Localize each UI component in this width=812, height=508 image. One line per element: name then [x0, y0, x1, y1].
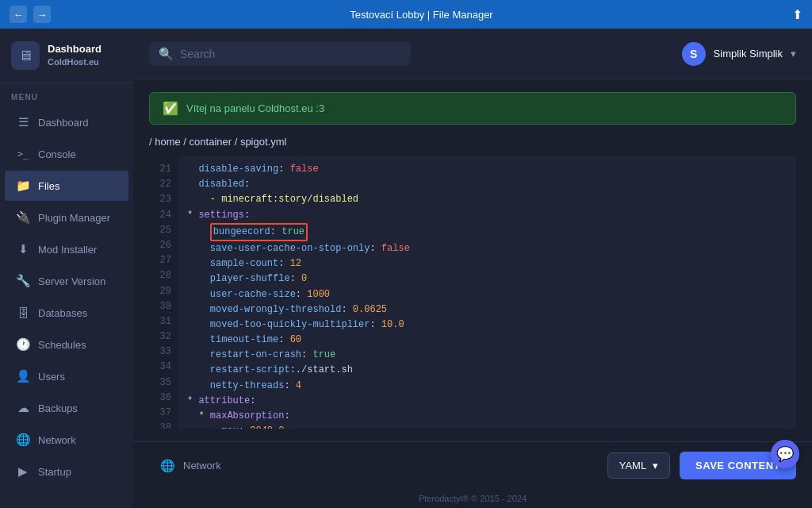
- window-actions: ⬆: [792, 7, 802, 22]
- users-icon: 👤: [16, 369, 30, 383]
- sidebar-item-label: Backups: [38, 402, 78, 414]
- sidebar-item-label: Console: [38, 148, 76, 160]
- yaml-select[interactable]: YAML ▾: [607, 452, 670, 479]
- check-icon: ✅: [163, 101, 178, 116]
- code-line: * settings:: [187, 208, 787, 223]
- code-line: moved-too-quickly-multiplier: 10.0: [187, 318, 787, 333]
- logo-icon: 🖥: [11, 41, 40, 70]
- databases-icon: 🗄: [16, 306, 30, 320]
- avatar: S: [682, 42, 706, 66]
- footer-text: Pterodactyl® © 2015 - 2024: [419, 494, 527, 503]
- code-line: player-shuffle: 0: [187, 271, 787, 287]
- editor-content: 2122232425262728293031323334353637383940…: [149, 156, 796, 429]
- sidebar: 🖥 Dashboard ColdHost.eu MENU ☰ Dashboard…: [0, 29, 133, 508]
- sidebar-item-plugin-manager[interactable]: 🔌 Plugin Manager: [5, 202, 128, 233]
- sidebar-item-console[interactable]: >_ Console: [5, 139, 128, 169]
- sidebar-item-files[interactable]: 📁 Files: [5, 171, 128, 201]
- console-icon: >_: [16, 147, 30, 161]
- yaml-chevron-icon: ▾: [653, 460, 658, 471]
- bottom-bar: 🌐 Network YAML ▾ SAVE CONTENT: [133, 441, 812, 489]
- sidebar-item-label: Databases: [38, 307, 87, 319]
- sidebar-item-dashboard[interactable]: ☰ Dashboard: [5, 107, 128, 137]
- sidebar-item-backups[interactable]: ☁ Backups: [5, 393, 128, 423]
- code-content[interactable]: disable-saving: false disabled: - minecr…: [178, 156, 796, 429]
- schedules-icon: 🕐: [16, 337, 30, 352]
- content-inner: ✅ Vítej na panelu Coldhost.eu :3 / home …: [133, 79, 812, 441]
- user-name: Simplik Simplik: [714, 48, 783, 60]
- code-line: timeout-time: 60: [187, 333, 787, 348]
- code-line: - minecraft:story/disabled: [187, 192, 787, 207]
- sidebar-item-label: Schedules: [38, 339, 86, 351]
- code-line: restart-on-crash: true: [187, 348, 787, 363]
- logo-text: Dashboard ColdHost.eu: [48, 43, 102, 67]
- breadcrumb: / home / container / spigot.yml: [149, 136, 796, 148]
- sidebar-item-label: Startup: [38, 466, 71, 478]
- sidebar-item-label: Server Version: [38, 275, 105, 287]
- code-line: * attribute:: [187, 394, 787, 409]
- backups-icon: ☁: [16, 401, 30, 415]
- search-icon: 🔍: [159, 47, 174, 61]
- sidebar-item-label: Plugin Manager: [38, 212, 110, 224]
- chevron-down-icon: ▾: [791, 48, 796, 60]
- sidebar-item-schedules[interactable]: 🕐 Schedules: [5, 329, 128, 360]
- network-bottom-icon: 🌐: [160, 459, 175, 473]
- code-line: disable-saving: false: [187, 162, 787, 177]
- share-button[interactable]: ⬆: [792, 7, 802, 22]
- startup-icon: ▶: [16, 464, 30, 479]
- network-icon: 🌐: [16, 433, 30, 447]
- code-line: user-cache-size: 1000: [187, 287, 787, 302]
- code-line: moved-wrongly-threshold: 0.0625: [187, 302, 787, 318]
- user-section[interactable]: S Simplik Simplik ▾: [682, 42, 796, 66]
- code-line: disabled:: [187, 177, 787, 192]
- sidebar-logo: 🖥 Dashboard ColdHost.eu: [0, 29, 133, 83]
- sidebar-item-startup[interactable]: ▶ Startup: [5, 456, 128, 487]
- top-bar: 🔍 S Simplik Simplik ▾: [133, 29, 812, 79]
- yaml-label: YAML: [619, 460, 646, 471]
- sidebar-item-label: Users: [38, 371, 65, 383]
- sidebar-item-server-version[interactable]: 🔧 Server Version: [5, 266, 128, 296]
- sidebar-item-network[interactable]: 🌐 Network: [5, 425, 128, 455]
- search-box[interactable]: 🔍: [149, 42, 411, 66]
- file-editor: 2122232425262728293031323334353637383940…: [149, 156, 796, 429]
- network-bottom-label: Network: [183, 460, 221, 471]
- notification-banner: ✅ Vítej na panelu Coldhost.eu :3: [149, 92, 796, 125]
- menu-label: MENU: [0, 83, 133, 106]
- sidebar-item-label: Mod Installer: [38, 244, 97, 256]
- sidebar-item-databases[interactable]: 🗄 Databases: [5, 298, 128, 328]
- code-line: bungeecord: true: [187, 223, 787, 241]
- code-line: save-user-cache-on-stop-only: false: [187, 241, 787, 256]
- discord-button[interactable]: 💬: [771, 440, 799, 468]
- sidebar-item-label: Dashboard: [38, 117, 89, 129]
- sidebar-item-users[interactable]: 👤 Users: [5, 361, 128, 391]
- server-icon: 🔧: [16, 274, 30, 288]
- bottom-actions: YAML ▾ SAVE CONTENT: [607, 452, 796, 479]
- title-bar: ← → Testovací Lobby | File Manager ⬆: [0, 0, 812, 29]
- sidebar-item-label: Network: [38, 434, 76, 446]
- sidebar-item-label: Files: [38, 180, 59, 192]
- footer: Pterodactyl® © 2015 - 2024: [133, 489, 812, 508]
- notification-text: Vítej na panelu Coldhost.eu :3: [186, 102, 324, 114]
- nav-buttons: ← →: [10, 6, 51, 23]
- mod-icon: ⬇: [16, 242, 30, 256]
- code-line: max: 2048.0: [187, 424, 787, 429]
- network-bottom-item[interactable]: 🌐 Network: [149, 452, 232, 479]
- content-area: 🔍 S Simplik Simplik ▾ ✅ Vítej na panelu …: [133, 29, 812, 508]
- files-icon: 📁: [16, 179, 30, 193]
- plugin-icon: 🔌: [16, 210, 30, 225]
- code-line: restart-script:./start.sh: [187, 363, 787, 378]
- window-title: Testovací Lobby | File Manager: [350, 9, 492, 21]
- back-button[interactable]: ←: [10, 6, 27, 23]
- code-line: * maxAbsorption:: [187, 409, 787, 424]
- code-line: netty-threads: 4: [187, 379, 787, 394]
- sidebar-item-mod-installer[interactable]: ⬇ Mod Installer: [5, 234, 128, 264]
- line-numbers: 2122232425262728293031323334353637383940…: [149, 156, 178, 429]
- search-input[interactable]: [180, 48, 401, 60]
- code-line: sample-count: 12: [187, 256, 787, 271]
- forward-button[interactable]: →: [33, 6, 51, 23]
- dashboard-icon: ☰: [16, 115, 30, 129]
